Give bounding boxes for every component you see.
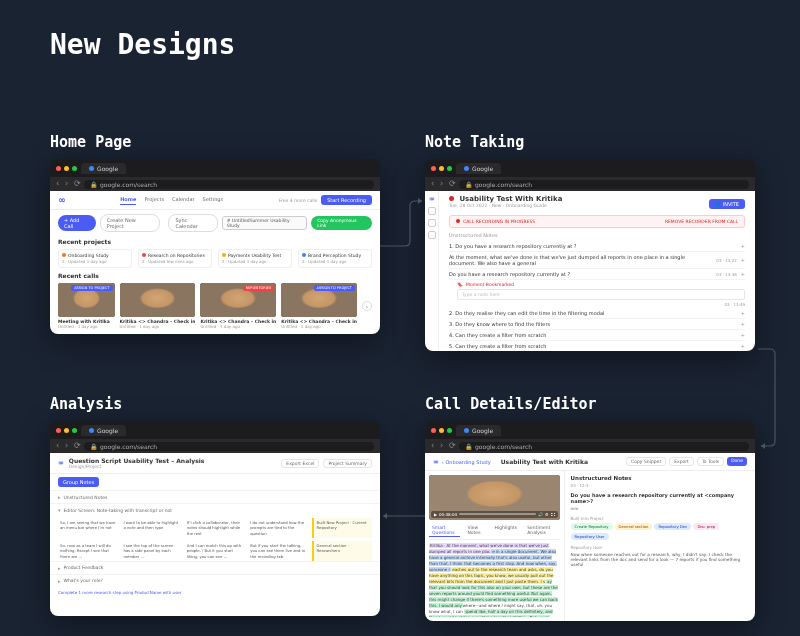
highlight[interactable]: spend like, half a day on this definitel… bbox=[429, 609, 553, 617]
nav-home[interactable]: Home bbox=[120, 196, 136, 205]
breadcrumb[interactable]: Design/Project bbox=[69, 464, 205, 469]
tab-sentiment[interactable]: Sentiment Analysis bbox=[524, 524, 559, 537]
analysis-note[interactable]: I see the top of the screen has a side p… bbox=[121, 541, 181, 561]
note-input[interactable]: Type a note here bbox=[457, 289, 745, 300]
address-bar[interactable]: 🔒google.com/search bbox=[84, 180, 374, 189]
question-row[interactable]: At the moment, what we've done is that w… bbox=[449, 252, 745, 269]
question-row[interactable]: 4. Can they create a filter from scratch… bbox=[449, 330, 745, 341]
add-icon[interactable]: + bbox=[741, 271, 745, 277]
close-icon[interactable] bbox=[431, 166, 436, 171]
project-card[interactable]: Onboarding Study2 · Updated 1 day ago bbox=[58, 249, 132, 268]
reload-icon[interactable]: ⟳ bbox=[74, 181, 80, 187]
row-product-feedback[interactable]: Product Feedback bbox=[64, 565, 104, 570]
close-icon[interactable] bbox=[56, 428, 61, 433]
add-call-button[interactable]: + Add Call bbox=[58, 215, 96, 231]
call-card[interactable]: ASSIGN TO PROJECTMeeting with KritikaUnt… bbox=[58, 283, 115, 329]
project-card[interactable]: Brand Perception Study2 · Updated 1 day … bbox=[298, 249, 372, 268]
analysis-note[interactable]: General section · Researchers bbox=[312, 541, 372, 561]
browser-tab[interactable]: Google bbox=[456, 425, 501, 436]
back-icon[interactable]: ‹ bbox=[431, 181, 437, 187]
sync-calendar-button[interactable]: Sync Calendar bbox=[168, 214, 217, 232]
minimize-icon[interactable] bbox=[439, 428, 444, 433]
analysis-note[interactable]: Built New Project · Current Repository bbox=[312, 518, 372, 538]
chevron-down-icon[interactable]: ▾ bbox=[58, 507, 61, 513]
tag-chip[interactable]: Repository User bbox=[571, 533, 609, 540]
analysis-note[interactable]: And I can match this up with people. / B… bbox=[185, 541, 245, 561]
start-recording-button[interactable]: Start Recording bbox=[321, 195, 372, 205]
call-card[interactable]: Kritika <> Chandra – Check inUntitled · … bbox=[120, 283, 196, 329]
invite-button[interactable]: 👤 INVITE bbox=[709, 199, 745, 209]
address-bar[interactable]: 🔒google.com/search bbox=[84, 442, 374, 451]
export-button[interactable]: Export bbox=[669, 457, 694, 466]
analysis-note[interactable]: So, I am seeing that we have an menu bar… bbox=[58, 518, 118, 538]
call-card[interactable]: ASSIGN TO PROJECTKritika <> Chandra – Ch… bbox=[281, 283, 357, 329]
copy-snippet-button[interactable]: Copy Snippet bbox=[626, 457, 666, 466]
video-player[interactable]: ▶ 00:48:04 🔊 ⚙ ⛶ bbox=[429, 475, 560, 520]
next-icon[interactable]: › bbox=[362, 301, 372, 311]
address-bar[interactable]: 🔒google.com/search bbox=[459, 180, 749, 189]
tag-chip[interactable]: General section bbox=[615, 523, 653, 530]
analysis-note[interactable]: I want to be able to highlight a note an… bbox=[121, 518, 181, 538]
add-icon[interactable]: + bbox=[741, 257, 745, 263]
question-row[interactable]: 1. Do you have a research repository cur… bbox=[449, 241, 745, 252]
forward-icon[interactable]: › bbox=[440, 443, 446, 449]
copy-link-button[interactable]: Copy Anonymous Link bbox=[311, 216, 372, 230]
browser-tab[interactable]: Google bbox=[81, 425, 126, 436]
question-row[interactable]: 2. Do they realise they can edit the tim… bbox=[449, 308, 745, 319]
volume-icon[interactable]: 🔊 bbox=[538, 512, 543, 517]
export-excel-button[interactable]: Export Excel bbox=[281, 459, 319, 468]
project-tag[interactable]: # UntitledSummer Usability Study bbox=[222, 216, 308, 230]
add-icon[interactable]: + bbox=[741, 343, 745, 349]
footer-prompt[interactable]: Complete 1 more research step using Prod… bbox=[50, 587, 380, 598]
analysis-note[interactable]: I do not understand how the prompts are … bbox=[248, 518, 308, 538]
question-row[interactable]: 3. Do they know where to find the filter… bbox=[449, 319, 745, 330]
remove-recorder-button[interactable]: REMOVE RECORDER FROM CALL bbox=[665, 219, 738, 224]
bookmark-row[interactable]: 🔖 Moment Bookmarked bbox=[457, 282, 745, 287]
note-item[interactable]: Now when someone reaches out for a resea… bbox=[571, 551, 749, 568]
tab-smart-questions[interactable]: Smart Questions bbox=[429, 524, 460, 537]
back-icon[interactable]: ‹ bbox=[431, 443, 437, 449]
create-project-button[interactable]: Create New Project bbox=[100, 214, 161, 232]
question-row[interactable]: 5. Can they create a filter from scratch… bbox=[449, 341, 745, 351]
app-logo-icon[interactable]: ∞ bbox=[58, 459, 63, 467]
nav-settings[interactable]: Settings bbox=[203, 196, 224, 205]
analysis-note[interactable]: So, now as a team I will do nothing. Exc… bbox=[58, 541, 118, 561]
project-card[interactable]: Research on Repositories2 · Updated few … bbox=[138, 249, 212, 268]
sidebar-icon[interactable] bbox=[428, 207, 436, 215]
tag-chip[interactable]: Create Repository bbox=[571, 523, 613, 530]
minimize-icon[interactable] bbox=[64, 166, 69, 171]
maximize-icon[interactable] bbox=[72, 428, 77, 433]
tag-chip[interactable]: Disc prep bbox=[693, 523, 719, 530]
notes-answer[interactable]: mm bbox=[571, 506, 749, 512]
progress-bar[interactable] bbox=[459, 513, 536, 515]
reload-icon[interactable]: ⟳ bbox=[74, 443, 80, 449]
play-icon[interactable]: ▶ bbox=[434, 512, 437, 517]
row-editor-screen[interactable]: Editor Screen: Note-taking with transcri… bbox=[64, 508, 173, 513]
maximize-icon[interactable] bbox=[72, 166, 77, 171]
add-icon[interactable]: + bbox=[741, 310, 745, 316]
group-notes-tab[interactable]: Group Notes bbox=[58, 477, 99, 487]
close-icon[interactable] bbox=[431, 428, 436, 433]
tag-chip[interactable]: Repository Dev bbox=[654, 523, 691, 530]
breadcrumb[interactable]: Onboarding Study bbox=[445, 459, 490, 465]
app-logo-icon[interactable]: ∞ bbox=[433, 458, 438, 466]
project-card[interactable]: Payments Usability Test2 · Updated 1 day… bbox=[218, 249, 292, 268]
row-unstructured[interactable]: Unstructured Notes bbox=[64, 495, 108, 500]
tab-highlights[interactable]: Highlights bbox=[492, 524, 521, 537]
nav-calendar[interactable]: Calendar bbox=[172, 196, 194, 205]
add-icon[interactable]: + bbox=[741, 321, 745, 327]
browser-tab[interactable]: Google bbox=[81, 163, 126, 174]
fullscreen-icon[interactable]: ⛶ bbox=[551, 512, 555, 517]
call-card[interactable]: REPOSITORIESKritika <> Chandra – Check i… bbox=[200, 283, 276, 329]
app-logo-icon[interactable]: ∞ bbox=[429, 195, 434, 203]
maximize-icon[interactable] bbox=[447, 428, 452, 433]
close-icon[interactable] bbox=[56, 166, 61, 171]
chevron-right-icon[interactable]: ▸ bbox=[58, 494, 61, 500]
maximize-icon[interactable] bbox=[447, 166, 452, 171]
minimize-icon[interactable] bbox=[64, 428, 69, 433]
back-icon[interactable]: ‹ bbox=[56, 181, 62, 187]
sidebar-icon[interactable] bbox=[428, 219, 436, 227]
forward-icon[interactable]: › bbox=[65, 443, 71, 449]
add-icon[interactable]: + bbox=[741, 243, 745, 249]
analysis-note[interactable]: But if you start the talking, you can se… bbox=[248, 541, 308, 561]
